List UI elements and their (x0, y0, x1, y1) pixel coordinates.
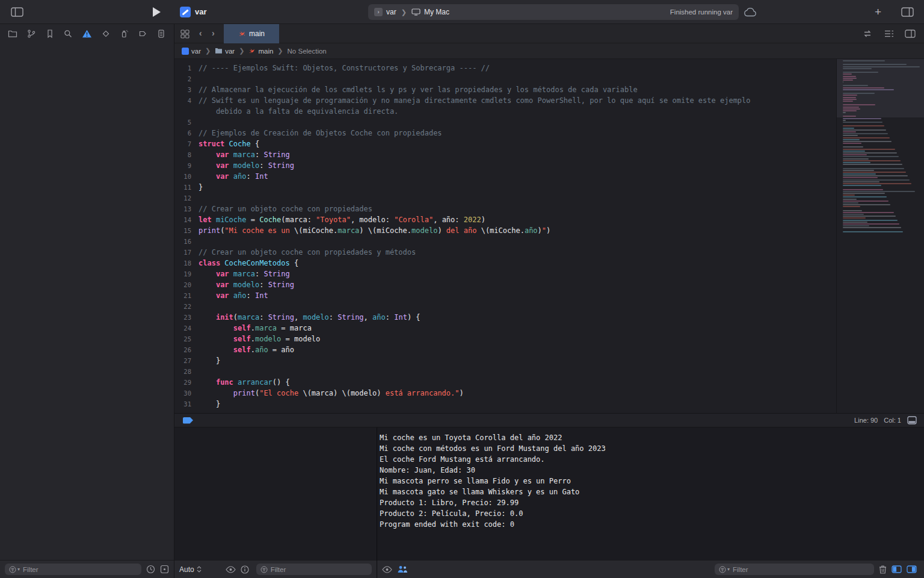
code-line[interactable]: 24 self.marca = marca (174, 323, 924, 334)
line-number[interactable]: 26 (174, 344, 199, 355)
code-line[interactable]: 6// Ejemplos de Creación de Objetos Coch… (174, 128, 924, 138)
code-review-button[interactable] (863, 30, 872, 38)
console-view-options-button[interactable] (382, 566, 392, 573)
line-number[interactable]: 17 (174, 247, 199, 258)
line-number[interactable]: 21 (174, 290, 199, 301)
toggle-variables-view-button[interactable] (892, 565, 902, 573)
line-number[interactable]: 19 (174, 269, 199, 279)
code-line[interactable]: 10 var año: Int (174, 171, 924, 182)
breadcrumb-project[interactable]: var (182, 48, 201, 55)
code-line[interactable]: 11} (174, 182, 924, 193)
minimap[interactable] (836, 59, 924, 413)
breakpoints-toggle-icon[interactable] (183, 417, 193, 424)
code-line[interactable]: 15print("Mi coche es un \(miCoche.marca)… (174, 225, 924, 236)
scheme-selector[interactable]: › var ❯ My Mac Finished running var (368, 4, 739, 20)
line-number[interactable]: 16 (174, 236, 199, 247)
line-number[interactable]: 11 (174, 182, 199, 193)
editor-layout-button[interactable] (901, 7, 914, 17)
line-number[interactable]: 2 (174, 73, 199, 84)
code-line[interactable]: 23 init(marca: String, modelo: String, a… (174, 312, 924, 323)
code-line[interactable]: 3// Almacenar la ejecución de los cmdlet… (174, 84, 924, 95)
line-number[interactable]: 18 (174, 258, 199, 269)
project-navigator-button[interactable] (6, 28, 19, 40)
line-number[interactable]: 29 (174, 377, 199, 388)
scheme-target-label[interactable]: var (386, 8, 396, 16)
line-number[interactable]: 31 (174, 399, 199, 409)
code-line[interactable]: 4// Swift es un lenguaje de programación… (174, 95, 924, 106)
line-number[interactable]: 28 (174, 366, 199, 377)
run-button[interactable] (153, 7, 161, 17)
code-line[interactable]: 14let miCoche = Coche(marca: "Toyota", m… (174, 214, 924, 225)
variables-info-button[interactable] (241, 565, 249, 574)
line-number[interactable]: 8 (174, 149, 199, 160)
line-number[interactable]: 24 (174, 323, 199, 334)
line-number[interactable]: 13 (174, 204, 199, 214)
code-line[interactable]: 31 } (174, 399, 924, 409)
go-back-button[interactable]: ‹ (199, 28, 202, 38)
tab-main[interactable]: main (224, 24, 279, 43)
code-line[interactable]: 16 (174, 236, 924, 247)
code-line[interactable]: 5 (174, 117, 924, 128)
code-line[interactable]: 25 self.modelo = modelo (174, 334, 924, 344)
line-number[interactable]: 27 (174, 355, 199, 366)
console-filter-field[interactable]: ▾ Filter (715, 564, 874, 575)
code-line[interactable]: 13// Crear un objeto coche con propiedad… (174, 204, 924, 214)
find-navigator-button[interactable] (61, 28, 75, 40)
line-number[interactable]: 10 (174, 171, 199, 182)
source-control-navigator-button[interactable] (25, 28, 38, 40)
toggle-console-view-button[interactable] (907, 565, 917, 573)
code-line[interactable]: 22 (174, 301, 924, 312)
line-number[interactable]: 6 (174, 128, 199, 138)
code-line[interactable]: 18class CocheConMetodos { (174, 258, 924, 269)
code-line[interactable]: 8 var marca: String (174, 149, 924, 160)
breadcrumb-file[interactable]: main (248, 48, 273, 55)
variables-view-options-button[interactable] (226, 566, 236, 573)
cloud-status-button[interactable] (744, 8, 757, 17)
console-io-selector-button[interactable] (397, 565, 408, 573)
variables-view-empty[interactable] (174, 427, 377, 560)
code-line[interactable]: 21 var año: Int (174, 290, 924, 301)
line-number[interactable]: 22 (174, 301, 199, 312)
minimap-menu-button[interactable] (884, 30, 894, 38)
variables-filter-field[interactable]: Filter (256, 564, 372, 575)
line-number[interactable] (174, 106, 199, 117)
code-line[interactable]: 12 (174, 193, 924, 204)
code-line[interactable]: 27 } (174, 355, 924, 366)
code-line[interactable]: 9 var modelo: String (174, 160, 924, 171)
debug-navigator-button[interactable] (117, 28, 131, 40)
line-number[interactable]: 23 (174, 312, 199, 323)
add-editor-button[interactable] (905, 30, 916, 38)
source-editor[interactable]: 1// ---- Ejemplos Swift: Objetos, Constr… (174, 59, 924, 413)
code-line[interactable]: 28 (174, 366, 924, 377)
console-output[interactable]: Mi coche es un Toyota Corolla del año 20… (377, 427, 924, 560)
code-line[interactable]: 7struct Coche { (174, 138, 924, 149)
breadcrumb-selection[interactable]: No Selection (288, 48, 327, 55)
scheme-destination-label[interactable]: My Mac (424, 8, 449, 16)
tab-overview-button[interactable] (180, 30, 189, 39)
line-number[interactable]: 20 (174, 279, 199, 290)
line-number[interactable]: 5 (174, 117, 199, 128)
code-line[interactable]: 30 print("El coche \(marca) \(modelo) es… (174, 388, 924, 399)
navigator-filter-field[interactable]: ▾ Filter (5, 564, 141, 575)
line-number[interactable]: 3 (174, 84, 199, 95)
clear-console-button[interactable] (879, 565, 887, 574)
code-line[interactable]: debido a la falta de equivalencia direct… (174, 106, 924, 117)
toggle-navigator-button[interactable] (11, 7, 23, 17)
line-number[interactable]: 4 (174, 95, 199, 106)
line-number[interactable]: 12 (174, 193, 199, 204)
code-area[interactable]: 1// ---- Ejemplos Swift: Objetos, Constr… (174, 59, 924, 409)
code-line[interactable]: 29 func arrancar() { (174, 377, 924, 388)
line-number[interactable]: 1 (174, 63, 199, 73)
line-number[interactable]: 14 (174, 214, 199, 225)
line-number[interactable]: 25 (174, 334, 199, 344)
bookmarks-navigator-button[interactable] (43, 28, 57, 40)
test-navigator-button[interactable] (99, 28, 112, 40)
code-line[interactable]: 17// Crear un objeto coche con propiedad… (174, 247, 924, 258)
code-line[interactable]: 20 var modelo: String (174, 279, 924, 290)
line-number[interactable]: 15 (174, 225, 199, 236)
line-number[interactable]: 30 (174, 388, 199, 399)
variables-scope-popup[interactable]: Auto (179, 565, 202, 574)
line-number[interactable]: 7 (174, 138, 199, 149)
go-forward-button[interactable]: › (212, 28, 215, 38)
breadcrumb-group[interactable]: var (215, 48, 235, 55)
